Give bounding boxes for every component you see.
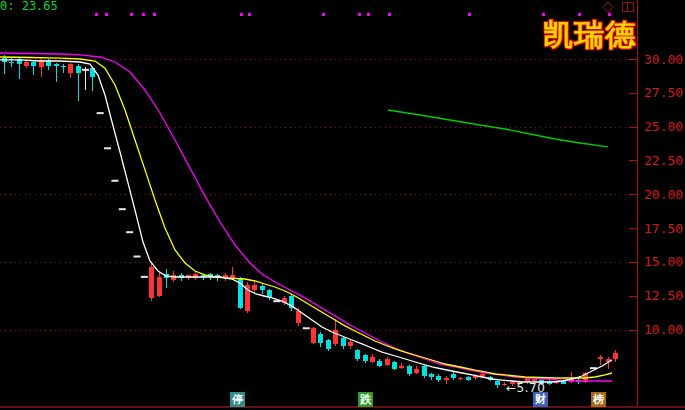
event-dot	[388, 13, 391, 16]
event-marker-fall[interactable]: 跌	[358, 392, 373, 407]
low-price-annotation: ←5.70	[506, 381, 545, 395]
ma-value-label: 0: 23.65	[0, 0, 58, 13]
candle-body	[414, 369, 419, 373]
candle-body	[54, 64, 59, 66]
event-dot	[367, 13, 370, 16]
candle-body	[436, 376, 441, 380]
candle-body	[355, 350, 360, 359]
event-dot	[578, 13, 581, 16]
candle-body	[61, 66, 66, 68]
candle-body	[333, 330, 338, 345]
candle-flat	[133, 256, 140, 258]
axis-label: 30.00	[644, 52, 683, 67]
event-marker-halt[interactable]: 停	[230, 392, 245, 407]
candle-body	[341, 338, 346, 346]
event-dot	[468, 13, 471, 16]
candle-body	[429, 374, 434, 377]
axis-label: 15.00	[644, 254, 683, 269]
candle-body	[149, 267, 154, 298]
candle-body	[76, 66, 81, 73]
ma-line-magenta	[0, 53, 612, 381]
candle-flat	[104, 147, 111, 149]
candle-body	[451, 374, 456, 378]
candle-body	[31, 62, 36, 66]
candle-body	[157, 277, 162, 296]
axis-label: 17.50	[644, 221, 683, 236]
axis-label: 20.00	[644, 187, 683, 202]
candle-body	[407, 366, 412, 374]
event-dot	[153, 13, 156, 16]
window-split-icon[interactable]	[622, 2, 634, 12]
event-dot	[248, 13, 251, 16]
candle-body	[326, 340, 331, 348]
candle-body	[363, 355, 368, 360]
event-marker-rank[interactable]: 榜	[591, 392, 606, 407]
candle-body	[68, 64, 73, 72]
event-dot	[105, 13, 108, 16]
stock-name-label: 凯瑞德	[543, 20, 636, 50]
candle-body	[318, 334, 323, 343]
axis-label: 22.50	[644, 153, 683, 168]
candle-body	[24, 62, 29, 66]
candle-body	[392, 362, 397, 369]
axis-label: 12.50	[644, 288, 683, 303]
candle-body	[422, 366, 427, 375]
candle-body	[598, 357, 603, 360]
candle-body	[458, 378, 463, 380]
candle-body	[348, 342, 353, 346]
event-dot	[322, 13, 325, 16]
event-dot	[142, 13, 145, 16]
candle-body	[444, 378, 449, 380]
event-dot	[240, 13, 243, 16]
event-dot	[130, 13, 133, 16]
event-dot	[358, 13, 361, 16]
axis-label: 25.00	[644, 119, 683, 134]
candle-body	[495, 381, 500, 385]
bottom-border-line	[0, 406, 685, 408]
candle-body	[311, 328, 316, 343]
candle-body	[260, 286, 265, 290]
candle-body	[9, 62, 14, 64]
candle-flat	[303, 327, 310, 329]
event-dot	[95, 13, 98, 16]
candle-body	[252, 285, 257, 290]
candle-body	[613, 353, 618, 360]
diamond-marker-icon[interactable]: ◇	[602, 0, 614, 13]
axis-label: 10.00	[644, 322, 683, 337]
ma-line-white	[0, 60, 612, 382]
candle-body	[370, 357, 375, 362]
candle-body	[466, 377, 471, 380]
candle-flat	[119, 208, 126, 210]
chart-canvas: 30.0027.5025.0022.5020.0017.5015.0012.50…	[0, 0, 685, 410]
candle-flat	[82, 69, 89, 71]
candle-body	[385, 359, 390, 364]
candle-body	[377, 361, 382, 366]
candle-flat	[141, 276, 148, 278]
candle-body	[267, 290, 272, 297]
kline-chart: 30.0027.5025.0022.5020.0017.5015.0012.50…	[0, 0, 685, 410]
ma-line-long	[388, 110, 608, 147]
candle-flat	[97, 112, 104, 114]
candle-flat	[126, 231, 133, 233]
event-dot	[542, 13, 545, 16]
axis-label: 27.50	[644, 85, 683, 100]
candle-flat	[111, 180, 118, 182]
candle-body	[399, 366, 404, 368]
